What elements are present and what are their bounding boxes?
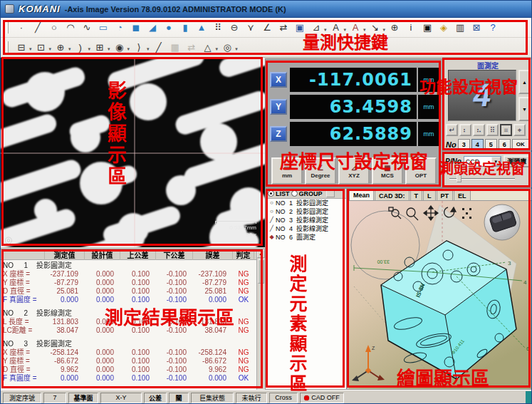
tab-mean[interactable]: Mean — [349, 190, 374, 200]
table-row[interactable]: L 長度 =131.8030.0000.100-0.100131.803NG — [1, 318, 265, 326]
table-row[interactable]: X 座標 =-258.1240.0000.100-0.100-258.124NG — [1, 348, 265, 357]
plane-measure-icon[interactable]: ◢ — [145, 21, 160, 35]
dropdown-caret-icon[interactable]: ▾ — [235, 46, 238, 52]
export-icon[interactable]: ↘ — [368, 21, 382, 35]
no-button-6[interactable]: 6 — [499, 139, 511, 150]
dropdown-caret-icon[interactable]: ▾ — [127, 46, 130, 52]
cad-drawing-area[interactable]: 33.00 Φ10.411 IS-8N 3 4 6 — [348, 201, 531, 389]
table-row[interactable]: Y 座標 =-87.2790.0000.100-0.100-87.279NG — [1, 279, 265, 287]
rotate-target-icon[interactable]: ◎ — [220, 40, 234, 54]
probe-icon[interactable]: ⌖ — [513, 124, 526, 136]
table-row[interactable]: D 直徑 =25.0810.0000.100-0.10025.081NG — [1, 287, 265, 296]
scroll-up-icon[interactable]: ▲ — [257, 249, 265, 258]
tab-l[interactable]: L — [423, 190, 436, 200]
list-item[interactable]: ◆NO6面測定 — [266, 233, 346, 242]
vee-target-icon[interactable]: ⟩ — [132, 40, 146, 54]
spin-up-button[interactable]: ▲ — [518, 70, 531, 94]
pitch-measure-icon[interactable]: ⊞ — [93, 40, 107, 54]
keypad-icon[interactable]: ⌗ — [500, 124, 512, 136]
box-tool-icon[interactable]: ▦ — [168, 40, 182, 54]
diameter-icon[interactable]: ⊖ — [227, 21, 241, 35]
dropdown-caret-icon[interactable]: ▾ — [216, 46, 219, 52]
image-display-area[interactable]: 0.5327mm 94 x ◎ — [1, 58, 265, 247]
list-item[interactable]: ○NO1投影圓測定 — [266, 199, 346, 207]
unit-mm-button[interactable]: ▭mm — [271, 157, 303, 185]
element-list-option-button[interactable] — [326, 190, 335, 197]
table-row[interactable]: F 真圓度 =0.0000.0000.100-0.1000.000OK — [1, 296, 265, 304]
enter-icon[interactable]: ↵ — [446, 124, 458, 136]
list-item[interactable]: ○NO2投影圓測定 — [266, 207, 346, 216]
ok-button[interactable]: OK — [512, 139, 529, 150]
mcs-button[interactable]: ▦MCS — [372, 157, 403, 185]
tab-el[interactable]: EL — [454, 190, 471, 200]
titlebar[interactable]: KOMANI -Axis Image Version 78.09.0102 AD… — [1, 1, 532, 18]
dropdown-caret-icon[interactable]: ▾ — [108, 46, 110, 52]
table-row[interactable]: X 座標 =-237.1090.0000.100-0.100-237.109NG — [1, 270, 265, 279]
three-point-icon[interactable]: ⠦ — [473, 124, 485, 136]
group-radio[interactable] — [291, 190, 298, 197]
circle-target-icon[interactable]: ⊕ — [53, 40, 68, 54]
dropdown-arrow-icon[interactable]: ▼ — [491, 157, 501, 166]
angle-icon[interactable]: ∠ — [260, 21, 274, 35]
axis-y-button[interactable]: Y — [270, 99, 287, 115]
probe-library-button[interactable]: 測頭庫 — [504, 155, 531, 167]
table-row[interactable]: Y 座標 =-86.6720.0000.100-0.100-86.672NG — [1, 357, 265, 366]
info-ruler-icon[interactable]: i — [404, 21, 418, 35]
axis-x-button[interactable]: X — [270, 72, 287, 88]
sphere-measure-icon[interactable]: ● — [162, 21, 176, 35]
cube-measure-icon[interactable]: ◼ — [129, 21, 143, 35]
exit-icon[interactable]: ⊠ — [469, 21, 484, 35]
square-target-icon[interactable]: ⊡ — [34, 40, 48, 54]
list-radio[interactable] — [268, 190, 274, 197]
list-item[interactable]: ╱NO3投影線測定 — [266, 216, 346, 224]
tolerance-icon[interactable]: ◈ — [437, 21, 451, 35]
spin-down-button[interactable]: ▼ — [518, 97, 531, 121]
two-point-icon[interactable]: ⠆ — [459, 124, 471, 136]
dropdown-caret-icon[interactable]: ▾ — [49, 46, 52, 52]
measure-label-icon[interactable]: A — [329, 21, 343, 35]
dropdown-caret-icon[interactable]: ▾ — [363, 27, 366, 33]
point-measure-icon[interactable]: · — [14, 21, 28, 35]
scroll-thumb[interactable] — [258, 259, 264, 284]
width-measure-icon[interactable]: ⊟ — [14, 40, 28, 54]
arc-measure-icon[interactable]: ◠ — [63, 21, 78, 35]
table-row[interactable]: D 直徑 =9.9620.0000.100-0.1009.962NG — [1, 366, 265, 374]
nav-orb-icon[interactable] — [484, 204, 520, 240]
circle-measure-icon[interactable]: ○ — [47, 21, 61, 35]
dropdown-caret-icon[interactable]: ▾ — [29, 46, 32, 52]
no-button-3[interactable]: 3 — [458, 139, 470, 150]
dropdown-caret-icon[interactable]: ▾ — [68, 46, 71, 52]
line-measure-icon[interactable]: ╱ — [31, 21, 45, 35]
axes-xyz-button[interactable]: ⊿XYZ — [338, 157, 370, 185]
results-scrollbar[interactable]: ▲ — [256, 249, 265, 390]
probe-select[interactable]: CCD ▼ — [464, 156, 501, 167]
recall-icon[interactable]: ▣ — [293, 21, 307, 35]
table-row[interactable]: LC距離 =38.0470.0000.100-0.10038.047NG — [1, 326, 265, 335]
stage-target-icon[interactable]: ◎ — [4, 234, 12, 245]
arc-target-icon[interactable]: ) — [73, 40, 88, 54]
origin-icon[interactable]: ⊕ — [387, 21, 402, 35]
polygon-tool-icon[interactable]: △ — [201, 40, 215, 54]
dropdown-caret-icon[interactable]: ▾ — [344, 27, 347, 33]
unit-degree-button[interactable]: ∠Degree — [305, 157, 336, 185]
point-grid-icon[interactable]: ⠿ — [211, 21, 225, 35]
sphere-target-icon[interactable]: ◉ — [113, 40, 127, 54]
slot-measure-icon[interactable]: ▭ — [96, 21, 110, 35]
dropdown-caret-icon[interactable]: ▾ — [147, 46, 150, 52]
list-item[interactable]: ╱NO4投影線測定 — [266, 224, 346, 233]
cone-measure-icon[interactable]: ▲ — [194, 21, 209, 35]
report-icon[interactable]: ▥ — [453, 21, 467, 35]
dropdown-caret-icon[interactable]: ▾ — [324, 27, 327, 33]
dropdown-caret-icon[interactable]: ▾ — [88, 46, 91, 52]
toolbar-grip[interactable] — [6, 22, 9, 33]
line-target-icon[interactable]: ╱ — [152, 40, 166, 54]
no-button-5[interactable]: 5 — [485, 139, 497, 150]
toolbar-grip[interactable] — [6, 41, 9, 53]
graph-icon[interactable]: ⊿ — [309, 21, 323, 35]
axis-z-button[interactable]: Z — [270, 126, 287, 142]
intersection-icon[interactable]: ⋎ — [244, 21, 258, 35]
dropdown-caret-icon[interactable]: ▾ — [383, 27, 386, 33]
bw-image-icon[interactable]: ▣ — [420, 21, 434, 35]
curve-measure-icon[interactable]: ∿ — [80, 21, 94, 35]
table-row[interactable]: F 真圓度 =0.0000.0000.100-0.1000.000OK — [1, 374, 265, 383]
